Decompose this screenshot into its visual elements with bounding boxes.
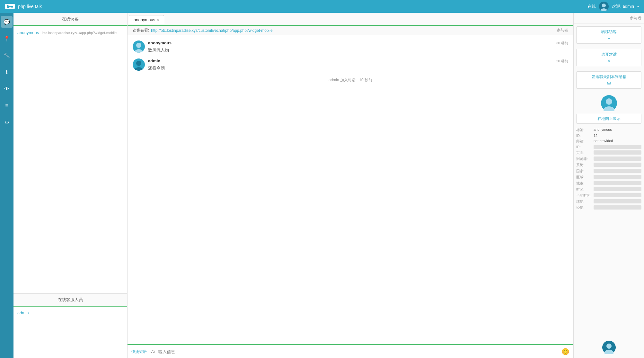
tab-close-icon[interactable]: × [157,18,159,22]
svg-point-4 [136,61,141,66]
main-layout: 💬 📍 🔧 ℹ 👁 ≡ ⊙ 在线访客 anonymous btc.lostinp… [0,13,644,358]
info-label-longitude: 经度: [576,205,592,210]
message-body: anonymous 30 秒前 数风流人物 [148,40,568,53]
info-label-latitude: 纬度: [576,199,592,204]
icon-sidebar: 💬 📍 🔧 ℹ 👁 ≡ ⊙ [0,13,13,358]
leave-conversation-label: 离开对话 [601,52,617,57]
visitor-url-link[interactable]: http://btc.lostinparadise.xyz/customlive… [151,28,272,33]
message-sender: anonymous [148,40,172,45]
send-email-label: 发送聊天副本到邮箱 [592,75,626,79]
participants-label: 参与者 [557,28,568,33]
chat-area: anonymous × 访客在看: http://btc.lostinparad… [128,13,573,358]
system-message: admin 加入对话 10 秒前 [133,76,568,84]
info-value-email: not provided [594,139,613,144]
visitor-list: anonymous btc.lostinparadise.xyz/../app.… [13,26,127,293]
online-status: 在线 [587,4,596,9]
info-row-longitude: 经度: [576,205,641,210]
topbar-left: live php live talk [5,4,42,9]
sidebar-tools-icon[interactable]: 🔧 [1,49,13,61]
system-message-time: 10 秒前 [359,78,372,82]
right-panel: 参与者 转移访客 + 离开对话 ✕ 发送聊天副本到邮箱 ✉ 在地图上显示 标签:… [573,13,644,358]
emoji-icon[interactable]: 😊 [561,348,569,355]
info-value-region [594,175,641,179]
agent-section: 在线客服人员 admin [13,294,127,358]
visitor-avatar-area [574,91,644,112]
sidebar-eye-icon[interactable]: 👁 [1,83,13,94]
info-row-ip: IP: [576,145,641,149]
message-input[interactable] [158,349,558,354]
map-button[interactable]: 在地图上显示 [576,114,641,124]
info-row-timezone: 时区: [576,187,641,192]
visitor-section-title: 在线访客 [13,13,127,26]
chat-tab[interactable]: anonymous × [129,15,164,24]
svg-point-3 [135,49,143,53]
message-text: 还看今朝 [148,65,568,71]
topbar-right: 在线 欢迎, admin ▾ [587,2,639,11]
info-label-email: 邮箱: [576,139,592,144]
input-area: 快捷短语 🗂 😊 [128,344,573,358]
svg-point-9 [604,350,613,354]
info-row-system: 系统: [576,163,641,167]
info-value-city [594,181,641,185]
message-time: 20 秒前 [556,59,568,64]
info-row-id: ID: 12 [576,134,641,138]
message-header: anonymous 30 秒前 [148,40,568,46]
avatar [599,2,609,11]
topbar: live php live talk 在线 欢迎, admin ▾ [0,0,644,13]
sidebar-chat-icon[interactable]: 💬 [1,16,13,28]
svg-point-8 [606,344,612,349]
tab-label: anonymous [134,17,155,22]
visitor-url-bar: 访客在看: http://btc.lostinparadise.xyz/cust… [128,26,573,35]
username-label: 欢迎, admin [612,4,634,9]
visitor-item[interactable]: anonymous btc.lostinparadise.xyz/../app.… [13,28,127,37]
sidebar-list-icon[interactable]: ≡ [1,100,13,111]
transfer-icon: + [579,36,639,41]
info-row-latitude: 纬度: [576,199,641,204]
info-value-system [594,163,641,167]
sidebar-location-icon[interactable]: 📍 [1,33,13,44]
info-value-tag: anonymous [594,128,612,132]
visitor-name: anonymous [17,30,40,35]
info-table: 标签: anonymous ID: 12 邮箱: not provided IP… [574,126,644,213]
svg-point-5 [135,67,143,71]
agent-item[interactable]: admin [17,309,123,317]
svg-point-7 [604,106,614,111]
message-time: 30 秒前 [556,41,568,46]
leave-conversation-button[interactable]: 离开对话 ✕ [576,49,641,66]
info-label-page: 页面: [576,150,592,155]
dropdown-icon[interactable]: ▾ [637,5,639,8]
right-panel-participants: 参与者 [574,13,644,24]
message-body: admin 20 秒前 还看今朝 [148,58,568,71]
info-row-region: 区域: [576,175,641,180]
sidebar-info-icon[interactable]: ℹ [1,66,13,78]
info-label-system: 系统: [576,163,592,167]
agent-list: admin [13,307,127,358]
info-value-ip [594,145,641,149]
visitor-url-label: 访客在看: [133,28,149,33]
email-icon: ✉ [579,81,639,86]
svg-point-6 [606,98,612,105]
info-value-localtime [594,193,641,197]
info-row-tag: 标签: anonymous [576,128,641,132]
info-row-page: 页面: [576,150,641,155]
quickphrase-button[interactable]: 快捷短语 [131,349,147,354]
info-value-page [594,150,641,155]
info-row-browser: 浏览器: [576,157,641,161]
info-value-longitude [594,205,641,210]
visitor-url-short: btc.lostinparadise.xyz/../app.php?widget… [42,31,117,35]
info-row-city: 城市: [576,181,641,186]
message-header: admin 20 秒前 [148,58,568,64]
message-avatar-anonymous [133,40,145,53]
app-title: php live talk [18,4,42,9]
info-label-id: ID: [576,134,592,138]
visitor-avatar-large [601,95,617,111]
tab-bar: anonymous × [128,13,573,26]
info-value-browser [594,157,641,161]
svg-point-2 [136,43,141,48]
send-email-button[interactable]: 发送聊天副本到邮箱 ✉ [576,71,641,89]
message-row: admin 20 秒前 还看今朝 [133,58,568,71]
file-upload-icon[interactable]: 🗂 [150,349,155,354]
info-label-timezone: 时区: [576,187,592,192]
transfer-visitor-button[interactable]: 转移访客 + [576,26,641,44]
sidebar-settings-icon[interactable]: ⊙ [1,116,13,128]
